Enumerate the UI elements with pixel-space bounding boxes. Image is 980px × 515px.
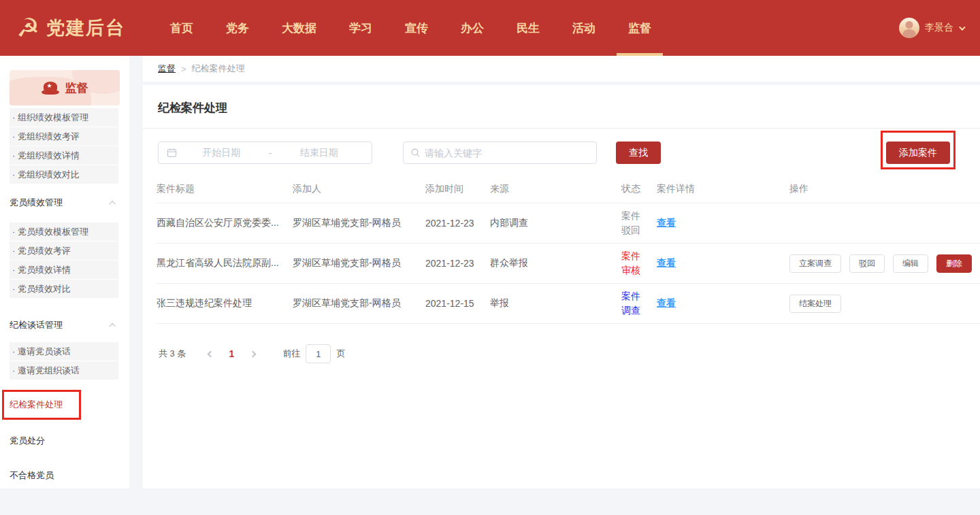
col-source: 来源 xyxy=(490,183,621,195)
cell-case-title: 西藏自治区公安厅原党委委... xyxy=(157,217,293,229)
main-area: 监督 > 纪检案件处理 纪检案件处理 开始日期 - 结束日期 xyxy=(143,56,980,488)
divider xyxy=(143,128,980,129)
date-end-placeholder[interactable]: 结束日期 xyxy=(274,147,363,159)
sidebar-item-unqualified-member[interactable]: 不合格党员 xyxy=(0,465,129,486)
cell-case-title: 黑龙江省高级人民法院原副... xyxy=(157,257,293,269)
sidebar-item-org-perf-detail[interactable]: 党组织绩效详情 xyxy=(10,146,118,165)
table-row: 张三违规违纪案件处理 罗湖区草埔党支部-网格员 2021-12-15 举报 案件… xyxy=(157,284,980,324)
sidebar-item-member-perf-review[interactable]: 党员绩效考评 xyxy=(10,242,118,261)
sidebar-item-org-perf-review[interactable]: 党组织绩效考评 xyxy=(10,127,118,146)
date-separator: - xyxy=(266,148,275,159)
goto-label: 前往 xyxy=(282,348,300,360)
status-badge: 案件调查 xyxy=(621,289,644,318)
status-badge: 案件审核 xyxy=(621,249,644,278)
add-case-button[interactable]: 添加案件 xyxy=(886,142,950,164)
next-page-button[interactable] xyxy=(243,344,262,363)
pagination-total: 共 3 条 xyxy=(159,348,186,360)
chevron-right-icon xyxy=(250,350,257,357)
party-emblem-icon: ☭ xyxy=(16,15,39,41)
sidebar-item-discipline-case[interactable]: 纪检案件处理 xyxy=(0,390,129,420)
add-case-wrap: 添加案件 xyxy=(886,142,950,164)
sidebar: ★ 监督 组织绩效模板管理 党组织绩效考评 党组织绩效详情 党组织绩效对比 党员… xyxy=(0,56,129,488)
view-detail-link[interactable]: 查看 xyxy=(657,217,676,228)
goto-page-input[interactable] xyxy=(306,344,331,363)
cell-adder: 罗湖区草埔党支部-网格员 xyxy=(293,217,425,229)
top-header: ☭ 党建后台 首页 党务 大数据 学习 宣传 办公 民生 活动 监督 李景合 xyxy=(0,0,980,56)
nav-item-study[interactable]: 学习 xyxy=(333,0,389,56)
file-case-investigate-button[interactable]: 立案调查 xyxy=(789,254,841,273)
col-operation: 操作 xyxy=(789,183,980,195)
cell-case-title: 张三违规违纪案件处理 xyxy=(157,297,293,310)
nav-item-big-data[interactable]: 大数据 xyxy=(265,0,333,56)
app-logo: ☭ 党建后台 xyxy=(16,15,125,41)
page-title: 纪检案件处理 xyxy=(143,85,980,116)
breadcrumb-separator: > xyxy=(181,64,186,74)
sidebar-group-org-performance: 组织绩效模板管理 党组织绩效考评 党组织绩效详情 党组织绩效对比 xyxy=(10,108,118,184)
cell-source: 内部调查 xyxy=(490,217,621,229)
date-range-picker[interactable]: 开始日期 - 结束日期 xyxy=(158,142,372,164)
nav-item-activity[interactable]: 活动 xyxy=(556,0,612,56)
nav-item-supervision[interactable]: 监督 xyxy=(612,0,668,56)
sidebar-item-member-perf-template[interactable]: 党员绩效模板管理 xyxy=(10,222,118,242)
current-page[interactable]: 1 xyxy=(220,348,243,359)
table-header-row: 案件标题 添加人 添加时间 来源 状态 案件详情 操作 xyxy=(157,175,980,203)
breadcrumb-current: 纪检案件处理 xyxy=(192,63,245,75)
prev-page-button[interactable] xyxy=(201,344,220,363)
cell-adder: 罗湖区草埔党支部-网格员 xyxy=(293,257,425,269)
nav-item-party-affairs[interactable]: 党务 xyxy=(210,0,265,56)
breadcrumb-parent[interactable]: 监督 xyxy=(158,63,176,75)
date-start-placeholder[interactable]: 开始日期 xyxy=(177,147,266,159)
search-icon xyxy=(410,148,421,158)
edit-button[interactable]: 编辑 xyxy=(893,254,928,273)
app-window: ☭ 党建后台 首页 党务 大数据 学习 宣传 办公 民生 活动 监督 李景合 ★ xyxy=(0,0,980,515)
sidebar-item-member-perf-compare[interactable]: 党员绩效对比 xyxy=(10,280,118,299)
table-row: 西藏自治区公安厅原党委委... 罗湖区草埔党支部-网格员 2021-12-23 … xyxy=(157,203,980,244)
sidebar-item-member-punishment[interactable]: 党员处分 xyxy=(0,431,129,451)
chevron-left-icon xyxy=(208,350,214,357)
cell-source: 群众举报 xyxy=(490,257,621,269)
user-avatar xyxy=(899,18,919,38)
nav-item-livelihood[interactable]: 民生 xyxy=(500,0,556,56)
row-actions: 立案调查 驳回 编辑 删除 xyxy=(789,254,980,273)
keyword-search-field xyxy=(403,142,597,164)
filter-toolbar: 开始日期 - 结束日期 查找 添加案件 xyxy=(143,142,980,164)
view-detail-link[interactable]: 查看 xyxy=(657,297,676,308)
chevron-down-icon xyxy=(959,24,966,31)
sidebar-item-invite-org-talk[interactable]: 邀请党组织谈话 xyxy=(10,361,118,380)
app-title: 党建后台 xyxy=(46,16,125,40)
row-actions: 结案处理 xyxy=(789,295,980,313)
chevron-up-icon xyxy=(109,200,116,207)
sidebar-item-org-perf-template[interactable]: 组织绩效模板管理 xyxy=(10,108,118,127)
col-status: 状态 xyxy=(621,183,657,195)
nav-item-office[interactable]: 办公 xyxy=(444,0,500,56)
sidebar-banner: ★ 监督 xyxy=(10,70,120,105)
breadcrumb: 监督 > 纪检案件处理 xyxy=(143,56,980,82)
sidebar-section-member-performance[interactable]: 党员绩效管理 xyxy=(0,193,129,213)
nav-item-publicity[interactable]: 宣传 xyxy=(389,0,444,56)
close-case-button[interactable]: 结案处理 xyxy=(789,295,841,313)
nav-item-home[interactable]: 首页 xyxy=(154,0,210,56)
user-menu[interactable]: 李景合 xyxy=(899,18,964,38)
user-name: 李景合 xyxy=(925,22,953,34)
sidebar-item-org-perf-compare[interactable]: 党组织绩效对比 xyxy=(10,165,118,184)
status-badge: 案件驳回 xyxy=(621,209,644,237)
sidebar-group-discipline-talk: 邀请党员谈话 邀请党组织谈话 xyxy=(10,342,118,380)
view-detail-link[interactable]: 查看 xyxy=(657,257,676,268)
sidebar-item-member-perf-detail[interactable]: 党员绩效详情 xyxy=(10,261,118,280)
supervision-cap-icon: ★ xyxy=(42,82,59,95)
sidebar-item-invite-member-talk[interactable]: 邀请党员谈话 xyxy=(10,342,118,361)
sidebar-group-member-performance: 党员绩效模板管理 党员绩效考评 党员绩效详情 党员绩效对比 xyxy=(10,222,118,299)
keyword-search-input[interactable] xyxy=(425,148,589,159)
delete-button[interactable]: 删除 xyxy=(936,254,972,273)
col-case-title: 案件标题 xyxy=(157,183,293,195)
cell-adder: 罗湖区草埔党支部-网格员 xyxy=(293,297,425,310)
page-unit-label: 页 xyxy=(336,348,345,360)
table-row: 黑龙江省高级人民法院原副... 罗湖区草埔党支部-网格员 2021-12-23 … xyxy=(157,244,980,284)
sidebar-banner-title: 监督 xyxy=(65,80,88,96)
case-table: 案件标题 添加人 添加时间 来源 状态 案件详情 操作 西藏自治区公安厅原党委委… xyxy=(143,175,980,324)
search-button[interactable]: 查找 xyxy=(616,142,661,164)
chevron-up-icon xyxy=(109,322,116,329)
sidebar-section-discipline-talk[interactable]: 纪检谈话管理 xyxy=(0,315,129,335)
goto-page-control: 前往 页 xyxy=(282,344,345,363)
reject-button[interactable]: 驳回 xyxy=(849,254,885,273)
